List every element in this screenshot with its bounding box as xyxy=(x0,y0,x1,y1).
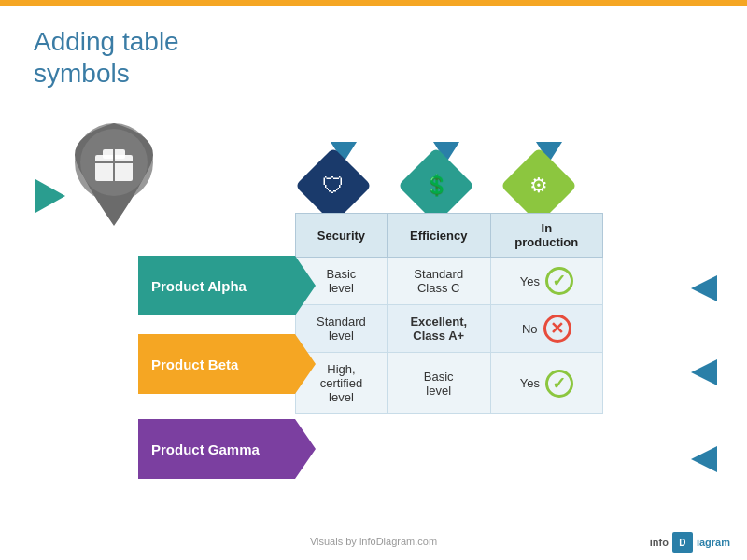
table-row: High,certifiedlevel Basiclevel Yes ✓ xyxy=(296,353,603,414)
product-gamma-label: Product Gamma xyxy=(138,419,295,479)
table-row: Basiclevel StandardClass C Yes ✓ xyxy=(296,258,603,305)
alpha-production-label: Yes xyxy=(520,274,540,288)
logo-box: D xyxy=(672,532,693,553)
logo-text: info xyxy=(650,537,669,548)
production-icon: ⚙ xyxy=(512,159,566,213)
beta-production: No ✕ xyxy=(490,305,602,353)
efficiency-icon: 💲 xyxy=(409,159,463,213)
infodiagram-logo: info D iagram xyxy=(650,532,730,553)
right-arrow-alpha xyxy=(691,275,717,301)
table-row: Standardlevel Excellent,Class A+ No ✕ xyxy=(296,305,603,353)
check-icon-gamma: ✓ xyxy=(545,370,573,398)
top-bar xyxy=(0,0,747,6)
alpha-efficiency: StandardClass C xyxy=(387,258,490,305)
footer-text: Visuals by infoDiagram.com xyxy=(310,536,437,547)
col-header-efficiency: Efficiency xyxy=(387,214,490,258)
gamma-efficiency: Basiclevel xyxy=(387,353,490,414)
gamma-production: Yes ✓ xyxy=(490,353,602,414)
product-alpha-label: Product Alpha xyxy=(138,256,295,315)
logo-suffix: iagram xyxy=(697,537,730,548)
x-icon-beta: ✕ xyxy=(543,315,571,343)
col-header-security: Security xyxy=(296,214,388,258)
security-icon: 🛡 xyxy=(306,159,360,213)
product-beta-label: Product Beta xyxy=(138,334,295,394)
gamma-production-label: Yes xyxy=(520,376,540,390)
right-arrow-beta xyxy=(691,359,717,385)
alpha-production: Yes ✓ xyxy=(490,258,602,305)
right-arrow-gamma xyxy=(691,446,717,472)
comparison-table: Security Efficiency Inproduction Basicle… xyxy=(295,213,603,414)
check-icon-alpha: ✓ xyxy=(545,267,573,295)
page-title: Adding table symbols xyxy=(34,26,179,89)
right-arrow-icon xyxy=(35,179,65,213)
col-header-production: Inproduction xyxy=(490,214,602,258)
beta-efficiency: Excellent,Class A+ xyxy=(387,305,490,353)
beta-production-label: No xyxy=(522,322,538,336)
location-pin-icon xyxy=(67,121,161,233)
footer: Visuals by infoDiagram.com xyxy=(0,536,747,547)
